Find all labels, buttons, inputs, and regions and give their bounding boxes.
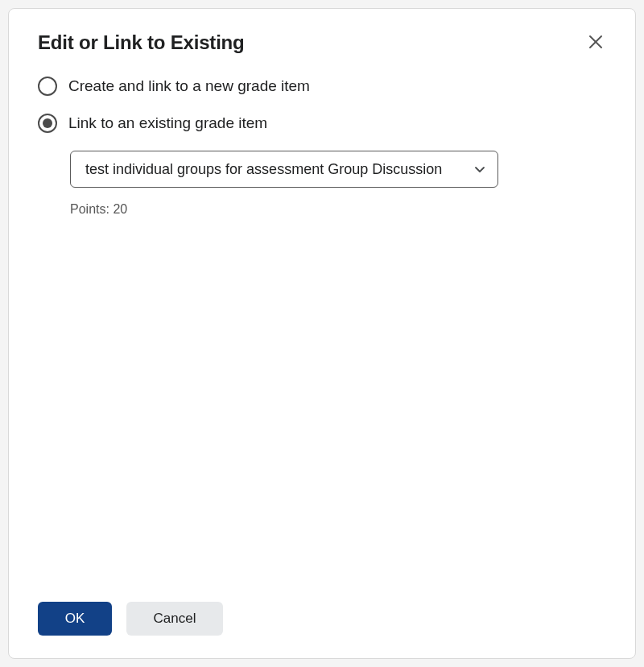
option-create[interactable]: Create and link to a new grade item — [38, 77, 606, 96]
close-button[interactable] — [585, 31, 606, 52]
ok-button[interactable]: OK — [38, 602, 112, 636]
dialog-title: Edit or Link to Existing — [38, 31, 245, 54]
dialog-header: Edit or Link to Existing — [38, 31, 606, 54]
dialog-footer: OK Cancel — [38, 592, 606, 636]
radio-create[interactable] — [38, 77, 57, 96]
link-nested-controls: test individual groups for assessment Gr… — [70, 151, 606, 217]
points-display: Points: 20 — [70, 202, 606, 217]
option-create-label: Create and link to a new grade item — [68, 77, 310, 95]
dialog-spacer — [38, 217, 606, 592]
options-group: Create and link to a new grade item Link… — [38, 77, 606, 217]
cancel-button[interactable]: Cancel — [126, 602, 223, 636]
points-value: 20 — [113, 202, 127, 216]
radio-link[interactable] — [38, 114, 57, 133]
points-label: Points: — [70, 202, 109, 216]
chevron-down-icon — [473, 163, 486, 176]
grade-item-select[interactable]: test individual groups for assessment Gr… — [70, 151, 498, 188]
edit-link-dialog: Edit or Link to Existing Create and link… — [8, 8, 636, 659]
grade-item-select-value: test individual groups for assessment Gr… — [85, 161, 442, 178]
option-link-label: Link to an existing grade item — [68, 114, 267, 132]
close-icon — [588, 35, 603, 49]
option-link[interactable]: Link to an existing grade item — [38, 114, 606, 133]
